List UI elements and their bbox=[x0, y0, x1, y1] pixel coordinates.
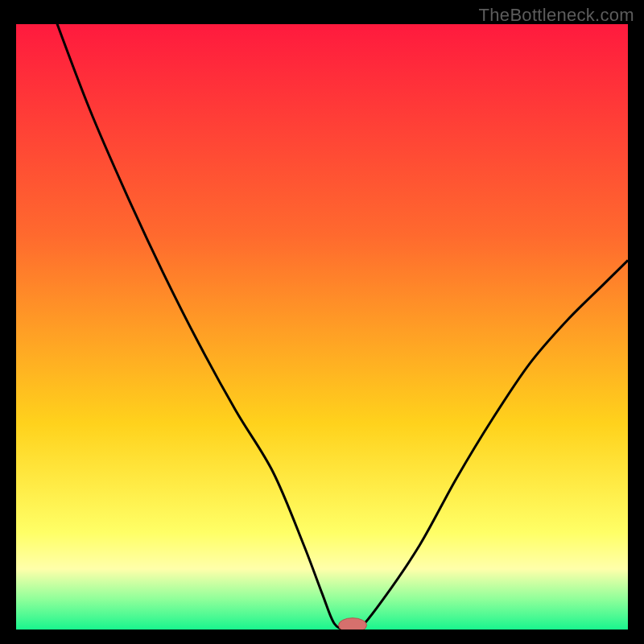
chart-svg bbox=[16, 24, 628, 630]
gradient-background bbox=[16, 24, 628, 630]
chart-frame: TheBottleneck.com bbox=[0, 0, 644, 644]
bottleneck-plot bbox=[16, 24, 628, 630]
optimum-marker-icon bbox=[339, 618, 367, 630]
watermark-label: TheBottleneck.com bbox=[479, 5, 634, 26]
